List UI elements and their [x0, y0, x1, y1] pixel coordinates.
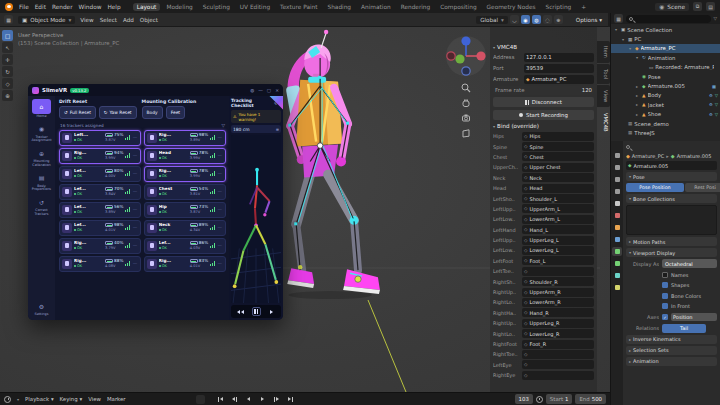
full-reset-button[interactable]: ↺Full Reset — [59, 106, 96, 119]
workspace-tab[interactable]: Layout — [133, 3, 161, 11]
tracker-card[interactable]: Rig... OK 83% 4.01V — — [144, 256, 226, 272]
bone-select-field[interactable]: ◇Neck — [522, 173, 594, 182]
perspective-toggle-icon[interactable] — [461, 128, 471, 138]
outliner-row[interactable]: ▦ Scene_demo — [611, 119, 720, 128]
modifier-icon[interactable]: ⚙ — [709, 93, 713, 98]
properties-tab[interactable] — [612, 223, 622, 232]
tracker-menu[interactable]: — — [133, 261, 137, 266]
outliner-row[interactable]: ▸ ▲ Shoe ⚙ ▽ — [611, 110, 720, 119]
expand-caret[interactable]: ▸ — [634, 93, 640, 98]
outliner-row[interactable]: ▭ Recorded: Armature_PC.0 — [611, 63, 720, 72]
tracker-menu[interactable]: — — [218, 189, 222, 194]
visibility-icon[interactable]: ▽ — [715, 112, 718, 117]
camera-view-icon[interactable] — [461, 113, 471, 123]
collapsed-section-header[interactable]: ▸Inverse Kinematics — [626, 335, 717, 344]
bone-select-field[interactable]: ◇UpperArm_R — [522, 288, 594, 297]
workspace-tab[interactable]: Animation — [357, 3, 395, 11]
tracker-card[interactable]: Rig... OK 40% 3.79V — — [59, 238, 141, 254]
height-field[interactable]: 180 cm ≡ — [231, 125, 281, 133]
navigation-gizmo[interactable] — [445, 33, 489, 77]
tracker-card[interactable]: Hip OK 73% 3.87V — — [144, 202, 226, 218]
proportional-edit-icon[interactable]: ◍ — [532, 15, 541, 24]
n-panel-tab[interactable]: VMC4B — [597, 108, 610, 137]
modifier-icon[interactable]: ▦ — [712, 84, 716, 89]
framerate-slider[interactable]: Frame rate120 — [493, 86, 594, 95]
cursor-tool[interactable]: ↖ — [2, 42, 13, 53]
n-panel-tab[interactable]: View — [597, 85, 610, 107]
sidebar-nav-item[interactable]: ◉ Tracker Assignment — [29, 123, 54, 143]
workspace-tab[interactable]: Compositing — [436, 3, 480, 11]
bone-select-field[interactable]: ◇UpperLeg_R — [522, 319, 594, 328]
expand-caret[interactable]: ▸ — [634, 102, 640, 107]
axes-position-slider[interactable]: Position — [671, 313, 717, 321]
editor-clock-icon[interactable] — [4, 396, 11, 403]
checkbox[interactable] — [662, 272, 668, 278]
viewport-menu-item[interactable]: Add — [123, 17, 134, 23]
menu-item[interactable]: Render — [52, 4, 73, 10]
outliner-row[interactable]: ▸ ▲ Jacket ⚙ ▽ — [611, 100, 720, 109]
timeline-menu-item[interactable]: Playback ▾ — [25, 396, 53, 402]
properties-tab[interactable] — [612, 283, 622, 292]
display-as-dropdown[interactable]: Octahedral — [662, 259, 717, 268]
rest-position-button[interactable]: Rest Posi — [685, 183, 720, 192]
menu-item[interactable]: Help — [107, 4, 120, 10]
bone-select-field[interactable]: ◇Shoulder_R — [522, 277, 594, 286]
viewport-3d[interactable]: User Perspective (153) Scene Collection … — [0, 27, 610, 392]
prev-keyframe-button[interactable] — [229, 394, 241, 404]
outliner-row[interactable]: ▸ ◆ Armature.005 ▦ — [611, 81, 720, 90]
tracker-menu[interactable]: — — [218, 243, 222, 248]
tracker-card[interactable]: Lef... OK 98% 4.01V — — [59, 220, 141, 236]
maximize-icon[interactable]: ▢ — [267, 88, 271, 93]
bind-section-header[interactable]: ▾Bind (override) — [493, 123, 594, 129]
timeline-menu-item[interactable]: Keying ▾ — [60, 396, 83, 402]
tracker-menu[interactable]: — — [133, 171, 137, 176]
expand-caret[interactable]: ▾ — [627, 46, 633, 51]
language-icon[interactable]: ◍ — [250, 88, 254, 93]
properties-tab[interactable] — [612, 271, 622, 280]
bone-select-field[interactable]: ◇Head — [522, 184, 594, 193]
skip-back-button[interactable] — [235, 307, 247, 317]
blender-logo-icon[interactable] — [5, 3, 13, 11]
outliner-row[interactable]: ◉ Pose — [611, 72, 720, 81]
bone-select-field[interactable]: ◇LowerArm_L — [522, 215, 594, 224]
tracker-card[interactable]: Rig... OK 94% 3.99V — — [59, 148, 141, 164]
n-panel-tab[interactable]: Tool — [597, 64, 610, 84]
play-reverse-button[interactable] — [243, 394, 255, 404]
tracker-menu[interactable]: — — [218, 153, 222, 158]
properties-tab[interactable] — [612, 211, 622, 220]
workspace-tab[interactable]: Sculpting — [199, 3, 234, 11]
play-button[interactable] — [257, 394, 269, 404]
bone-select-field[interactable]: ◇Chest — [522, 152, 594, 161]
bone-select-field[interactable]: ◇ — [522, 360, 594, 369]
minimize-icon[interactable]: — — [258, 88, 263, 93]
breadcrumb-object[interactable]: Armature_PC — [632, 153, 664, 159]
modifier-icon[interactable]: ⚙ — [709, 112, 713, 117]
pose-position-button[interactable]: Pose Position — [626, 183, 684, 192]
bone-select-field[interactable]: ◇ — [522, 267, 594, 276]
bone-select-field[interactable]: ◇UpperArm_L — [522, 204, 594, 213]
expand-caret[interactable]: ▸ — [634, 84, 640, 89]
snap-mode-icon[interactable]: ◉ — [521, 15, 530, 24]
properties-tab[interactable] — [612, 163, 622, 172]
motion-paths-header[interactable]: ▸Motion Paths — [626, 237, 717, 246]
timeline-menu-item[interactable]: Marker — [107, 396, 126, 402]
workspace-tab[interactable]: Modeling — [162, 3, 196, 11]
tracker-menu[interactable]: — — [218, 135, 222, 140]
bone-select-field[interactable]: ◇Foot_L — [522, 256, 594, 265]
tracker-menu[interactable]: — — [133, 189, 137, 194]
orientation-dropdown[interactable]: Global▾ — [476, 16, 508, 24]
properties-tab[interactable] — [612, 247, 622, 256]
expand-caret[interactable]: ▾ — [620, 37, 626, 42]
relations-button[interactable]: Tail — [662, 324, 706, 333]
datablock-name-field[interactable]: ◆Armature.005 — [626, 161, 717, 170]
jump-to-end-button[interactable] — [285, 394, 297, 404]
tracker-card[interactable]: Lef... OK 86% 4.03V — — [144, 238, 226, 254]
tracker-card[interactable]: Rig... OK 78% 3.99V — — [144, 166, 226, 182]
tracker-card[interactable]: Lef... OK 70% 3.84V — — [59, 184, 141, 200]
checkbox[interactable] — [662, 303, 668, 309]
modifier-icon[interactable]: ⚙ — [709, 102, 713, 107]
jump-to-start-button[interactable] — [215, 394, 227, 404]
collapsed-section-header[interactable]: ▸Selection Sets — [626, 346, 717, 355]
address-field[interactable]: 127.0.0.1 — [524, 53, 594, 62]
port-field[interactable]: 39539 — [524, 64, 594, 73]
